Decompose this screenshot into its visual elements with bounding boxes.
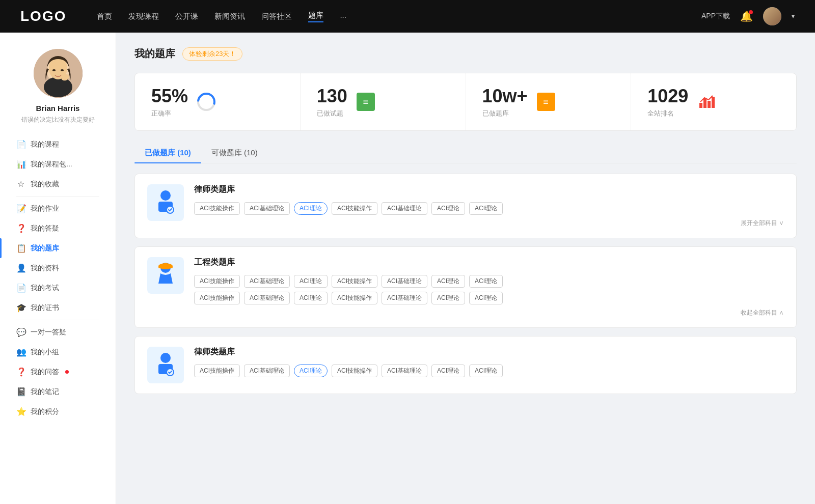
sidebar-item-groups[interactable]: 👥 我的小组 (0, 342, 116, 362)
lawyer2-icon-wrap (147, 347, 184, 383)
qa-notification-dot (65, 370, 69, 374)
sidebar-item-certificate[interactable]: 🎓 我的证书 (0, 298, 116, 318)
notes-icon: 📓 (16, 387, 25, 397)
sidebar-item-profile[interactable]: 👤 我的资料 (0, 258, 116, 278)
qbank-card-engineer: 工程类题库 ACI技能操作 ACI基础理论 ACI理论 ACI技能操作 ACI基… (134, 246, 797, 328)
eng-tag-r2-0[interactable]: ACI技能操作 (194, 292, 240, 304)
eng-tag-4[interactable]: ACI基础理论 (382, 275, 427, 288)
l2-tag-1[interactable]: ACI基础理论 (244, 365, 290, 377)
stats-row: 55% 正确率 130 已做试题 ≡ (134, 73, 797, 131)
sidebar-item-1on1[interactable]: 💬 一对一答疑 (0, 322, 116, 342)
stat-done-questions-label: 已做试题 (317, 109, 347, 118)
sidebar-item-questions[interactable]: ❓ 我的答疑 (0, 218, 116, 238)
l2-tag-4[interactable]: ACI基础理论 (382, 365, 427, 377)
profile-icon: 👤 (16, 263, 25, 273)
tag-6[interactable]: ACI理论 (469, 202, 503, 215)
tag-5[interactable]: ACI理论 (431, 202, 465, 215)
eng-tag-r2-5[interactable]: ACI理论 (431, 292, 465, 304)
stat-done-banks-text: 10w+ 已做题库 (482, 86, 528, 118)
tag-2-active[interactable]: ACI理论 (294, 202, 328, 215)
main-content: 我的题库 体验剩余23天！ 55% 正确率 (116, 33, 815, 504)
svg-point-5 (61, 69, 64, 71)
sidebar-item-exam[interactable]: 📄 我的考试 (0, 278, 116, 298)
sidebar-item-points[interactable]: ⭐ 我的积分 (0, 402, 116, 422)
nav-qa[interactable]: 问答社区 (261, 12, 292, 21)
certificate-icon: 🎓 (16, 303, 25, 313)
points-icon: ⭐ (16, 407, 25, 416)
notification-bell[interactable]: 🔔 (740, 10, 753, 22)
l2-tag-0[interactable]: ACI技能操作 (194, 365, 240, 377)
svg-point-15 (160, 190, 171, 201)
courses-icon: 📄 (16, 139, 25, 149)
bell-dot (749, 10, 753, 14)
eng-tag-0[interactable]: ACI技能操作 (194, 275, 240, 288)
qbank-lawyer2-tags: ACI技能操作 ACI基础理论 ACI理论 ACI技能操作 ACI基础理论 AC… (194, 365, 784, 377)
l2-tag-2-active[interactable]: ACI理论 (294, 365, 328, 377)
tag-3[interactable]: ACI技能操作 (332, 202, 377, 215)
questions-icon: ❓ (16, 223, 25, 233)
nav-news[interactable]: 新闻资讯 (214, 12, 245, 21)
trial-badge: 体验剩余23天！ (182, 47, 242, 61)
qbank-icon: 📋 (16, 243, 25, 253)
eng-tag-3[interactable]: ACI技能操作 (332, 275, 377, 288)
qbank-engineer-body: 工程类题库 ACI技能操作 ACI基础理论 ACI理论 ACI技能操作 ACI基… (194, 257, 784, 317)
page-header: 我的题库 体验剩余23天！ (134, 47, 797, 61)
eng-tag-r2-4[interactable]: ACI基础理论 (382, 292, 427, 304)
nav-open-course[interactable]: 公开课 (175, 12, 198, 21)
qbank-engineer-expand[interactable]: 收起全部科目 ∧ (194, 309, 784, 317)
eng-tag-1[interactable]: ACI基础理论 (244, 275, 290, 288)
eng-tag-r2-2[interactable]: ACI理论 (294, 292, 328, 304)
engineer-icon-wrap (147, 257, 184, 294)
groups-icon: 👥 (16, 347, 25, 357)
eng-tag-2[interactable]: ACI理论 (294, 275, 328, 288)
avatar-chevron-icon[interactable]: ▾ (792, 13, 795, 20)
svg-point-2 (44, 77, 72, 97)
eng-tag-r2-3[interactable]: ACI技能操作 (332, 292, 377, 304)
app-download-btn[interactable]: APP下载 (701, 12, 730, 21)
l2-tag-3[interactable]: ACI技能操作 (332, 365, 377, 377)
nav-qbank[interactable]: 题库 (308, 11, 323, 22)
eng-tag-6[interactable]: ACI理论 (469, 275, 503, 288)
l2-tag-6[interactable]: ACI理论 (469, 365, 503, 377)
svg-rect-11 (703, 99, 707, 108)
qbank-lawyer-expand[interactable]: 展开全部科目 ∨ (194, 219, 784, 228)
nav-more[interactable]: ··· (340, 12, 346, 21)
eng-tag-5[interactable]: ACI理论 (431, 275, 465, 288)
tag-0[interactable]: ACI技能操作 (194, 202, 240, 215)
pie-chart-icon (196, 92, 216, 112)
qbank-lawyer2-title: 律师类题库 (194, 347, 784, 357)
sidebar-item-notes[interactable]: 📓 我的笔记 (0, 382, 116, 402)
qbank-lawyer-title: 律师类题库 (194, 184, 784, 195)
packages-icon: 📊 (16, 159, 25, 169)
sidebar-item-homework[interactable]: 📝 我的作业 (0, 199, 116, 218)
svg-point-22 (160, 353, 171, 363)
avatar-image (763, 7, 781, 25)
tag-1[interactable]: ACI基础理论 (244, 202, 290, 215)
svg-rect-10 (699, 103, 702, 108)
sidebar-item-my-qa[interactable]: ❓ 我的问答 (0, 362, 116, 382)
sidebar-menu: 📄 我的课程 📊 我的课程包... ☆ 我的收藏 📝 我的作业 ❓ 我的答疑 � (0, 134, 116, 422)
tabs-row: 已做题库 (10) 可做题库 (10) (134, 143, 797, 163)
sidebar-item-courses[interactable]: 📄 我的课程 (0, 134, 116, 154)
stat-accuracy-value: 55% (151, 86, 188, 107)
sidebar-item-course-packages[interactable]: 📊 我的课程包... (0, 154, 116, 174)
l2-tag-5[interactable]: ACI理论 (431, 365, 465, 377)
tab-available-banks[interactable]: 可做题库 (10) (201, 143, 268, 163)
lawyer-icon (153, 188, 178, 217)
qbank-lawyer-body: 律师类题库 ACI技能操作 ACI基础理论 ACI理论 ACI技能操作 ACI基… (194, 184, 784, 228)
lawyer2-icon (153, 351, 178, 379)
exam-icon: 📄 (16, 283, 25, 293)
sidebar-item-qbank[interactable]: 📋 我的题库 (0, 238, 116, 258)
tag-4[interactable]: ACI基础理论 (382, 202, 427, 215)
nav-home[interactable]: 首页 (97, 12, 112, 21)
eng-tag-r2-1[interactable]: ACI基础理论 (244, 292, 290, 304)
favorites-icon: ☆ (16, 179, 25, 189)
tab-done-banks[interactable]: 已做题库 (10) (134, 143, 201, 163)
stat-done-banks-value: 10w+ (482, 86, 528, 107)
qbank-lawyer2-body: 律师类题库 ACI技能操作 ACI基础理论 ACI理论 ACI技能操作 ACI基… (194, 347, 784, 381)
sidebar-item-favorites[interactable]: ☆ 我的收藏 (0, 174, 116, 194)
nav-discover[interactable]: 发现课程 (128, 12, 159, 21)
logo[interactable]: LOGO (20, 8, 66, 24)
user-avatar[interactable] (763, 7, 781, 25)
eng-tag-r2-6[interactable]: ACI理论 (469, 292, 503, 304)
